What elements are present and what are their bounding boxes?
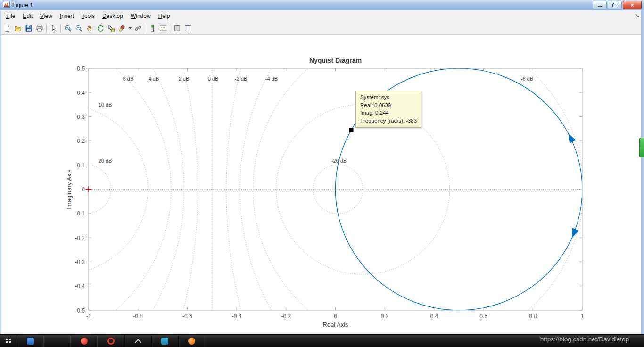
x-tick-label: -0.8 [133, 313, 143, 320]
taskbar-app-red[interactable] [71, 335, 98, 347]
data-cursor-icon [107, 25, 115, 32]
rotate-3d-button[interactable] [95, 23, 106, 33]
db-grid-label: 20 dB [99, 158, 112, 164]
screen: Figure 1 × File Edit View Insert Tools D… [0, 0, 644, 347]
figure-toolbar [0, 22, 644, 35]
open-file-button[interactable] [12, 23, 23, 33]
new-document-icon [3, 25, 11, 32]
start-button[interactable] [0, 335, 17, 347]
critical-point-marker [86, 186, 92, 192]
link-plot-button[interactable] [132, 23, 143, 33]
datatip[interactable]: System: sys Real: 0.0639 Imag: 0.244 Fre… [355, 91, 421, 128]
y-tick-label: 0.4 [77, 90, 85, 96]
toolbar-separator [170, 24, 170, 33]
db-grid-label: 4 dB [149, 76, 159, 82]
window-controls: × [593, 1, 642, 9]
figure-app-icon [3, 1, 10, 9]
hide-plot-tools-icon [173, 25, 181, 32]
zoom-in-icon [64, 25, 72, 32]
zoom-out-button[interactable] [73, 23, 84, 33]
menu-edit[interactable]: Edit [19, 11, 36, 21]
titlebar[interactable]: Figure 1 × [0, 0, 644, 10]
close-button[interactable]: × [623, 1, 642, 9]
open-folder-icon [14, 25, 22, 32]
data-cursor-button[interactable] [106, 23, 116, 33]
toolbar-separator [145, 24, 145, 33]
y-tick-label: -0.1 [75, 210, 85, 217]
datatip-imag-line: Imag: 0.244 [360, 109, 417, 117]
x-tick-label: -0.6 [182, 313, 192, 320]
figure-canvas[interactable]: Nyquist Diagram Real Axis Imaginary Axis… [0, 35, 644, 335]
show-plot-tools-button[interactable] [182, 23, 193, 33]
print-figure-button[interactable] [34, 23, 45, 33]
pan-button[interactable] [84, 23, 95, 33]
brush-data-button[interactable] [116, 23, 127, 33]
blue-app-icon [27, 338, 34, 345]
plot-title: Nyquist Diagram [309, 57, 362, 64]
y-tick-label: -0.3 [75, 259, 85, 265]
y-tick-label: -0.5 [75, 307, 85, 314]
x-tick-label: -0.4 [232, 313, 242, 320]
x-tick-label: 0.8 [529, 313, 537, 320]
brush-icon [118, 25, 126, 32]
menu-desktop[interactable]: Desktop [99, 11, 127, 21]
nyquist-plot[interactable]: Nyquist Diagram Real Axis Imaginary Axis… [0, 35, 644, 335]
red-app-icon [81, 338, 88, 345]
brush-dropdown-button[interactable] [127, 23, 132, 33]
restore-icon [612, 3, 617, 7]
chevron-up-icon [134, 339, 141, 345]
maximize-restore-button[interactable] [608, 1, 622, 9]
menu-tools[interactable]: Tools [78, 11, 99, 21]
db-grid-label: 10 dB [99, 102, 112, 107]
taskbar-app-teal[interactable] [151, 335, 178, 347]
db-grid-label: 0 dB [208, 76, 219, 82]
x-tick-label: 0.2 [381, 313, 389, 320]
window-border-left [0, 10, 1, 335]
x-tick-label: 1 [581, 313, 584, 320]
menu-window[interactable]: Window [127, 11, 155, 21]
taskbar-app-slot[interactable] [44, 335, 71, 347]
insert-colorbar-button[interactable] [147, 23, 157, 33]
chevron-down-icon [129, 27, 132, 29]
hide-plot-tools-button[interactable] [172, 23, 182, 33]
db-grid-label: 6 dB [123, 76, 134, 82]
teal-app-icon [161, 338, 168, 345]
x-tick-label: 0 [334, 313, 337, 320]
toolbar-separator [60, 24, 61, 33]
insert-legend-button[interactable] [157, 23, 168, 33]
menubar: File Edit View Insert Tools Desktop Wind… [0, 10, 644, 22]
taskbar-app-blue[interactable] [17, 335, 44, 347]
taskbar-app-orange[interactable] [178, 335, 205, 347]
direction-arrow-lower [569, 228, 579, 239]
menu-file[interactable]: File [2, 11, 19, 21]
db-grid-label: -6 dB [521, 76, 533, 82]
toolbar-separator [46, 24, 47, 33]
menu-view[interactable]: View [36, 11, 56, 21]
db-grid-label: -4 dB [265, 76, 278, 82]
y-tick-label: -0.4 [75, 283, 85, 289]
edit-plot-button[interactable] [48, 23, 59, 33]
x-tick-label: -1 [86, 313, 91, 320]
menu-help[interactable]: Help [155, 11, 174, 21]
menu-insert[interactable]: Insert [56, 11, 78, 21]
y-tick-label: 0.5 [77, 66, 85, 72]
y-tick-label: 0 [82, 186, 85, 193]
zoom-in-button[interactable] [62, 23, 73, 33]
minimize-button[interactable] [593, 1, 607, 9]
legend-icon [159, 25, 167, 32]
y-tick-label: -0.2 [75, 235, 85, 241]
show-hidden-icons-button[interactable] [124, 335, 151, 347]
new-figure-button[interactable] [1, 23, 12, 33]
y-tick-label: 0.1 [77, 162, 85, 169]
watermark: https://blog.csdn.net/Davidietop [540, 336, 629, 343]
screen-edge-widget[interactable] [639, 138, 644, 157]
dock-figure-icon[interactable]: ↘ [635, 12, 640, 19]
orange-app-icon [188, 338, 195, 345]
datatip-frequency-line: Frequency (rad/s): -383 [360, 117, 417, 125]
taskbar-app-red-ring[interactable] [98, 335, 124, 347]
save-figure-button[interactable] [23, 23, 34, 33]
db-grid-label: 2 dB [179, 76, 190, 82]
y-tick-label: 0.3 [77, 114, 85, 120]
x-axis-label: Real Axis [322, 321, 348, 328]
datatip-marker[interactable] [349, 128, 354, 132]
